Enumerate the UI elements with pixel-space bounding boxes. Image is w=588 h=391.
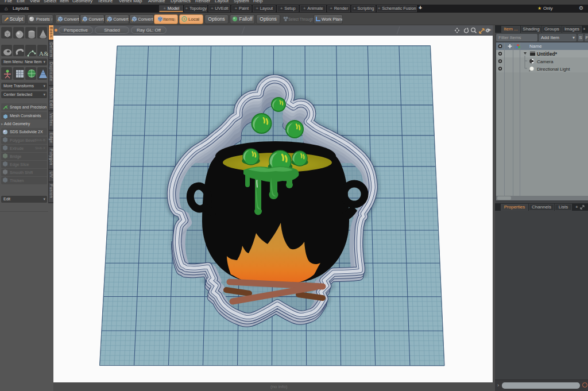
svg-text:Camera: Camera [537, 59, 554, 64]
svg-text:A&: A& [39, 50, 48, 57]
svg-text:Untitled*: Untitled* [537, 51, 558, 57]
svg-text:Directional Light: Directional Light [537, 67, 570, 72]
